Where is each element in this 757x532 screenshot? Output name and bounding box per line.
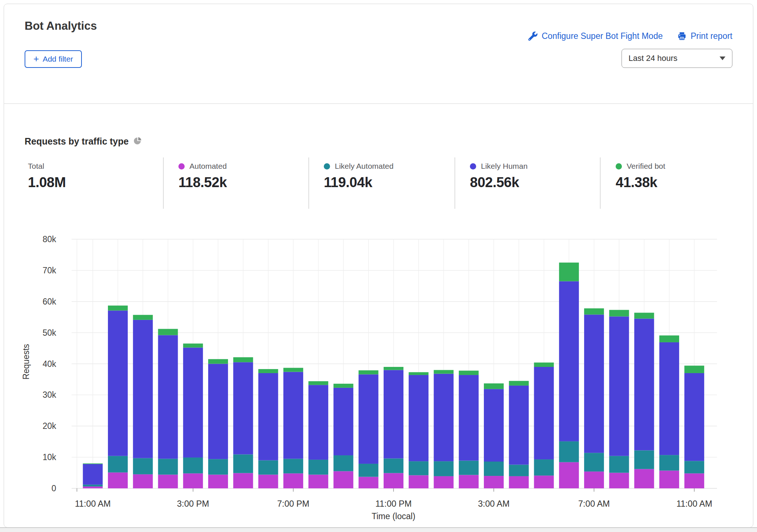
bar-segment-likely_human bbox=[509, 386, 529, 465]
add-filter-label: Add filter bbox=[43, 55, 73, 63]
bar-segment-verified_bot bbox=[183, 343, 203, 347]
y-tick-label: 60k bbox=[43, 297, 57, 306]
x-tick-label: 11:00 AM bbox=[75, 499, 111, 509]
bar-segment-likely_automated bbox=[509, 464, 529, 476]
bar-segment-verified_bot bbox=[634, 313, 654, 318]
bar-segment-verified_bot bbox=[409, 372, 428, 375]
stacked-bar-chart: 010k20k30k40k50k60k70k80k11:00 AM3:00 PM… bbox=[4, 221, 753, 528]
bar-segment-automated bbox=[133, 474, 153, 488]
x-tick-label: 11:00 PM bbox=[375, 499, 412, 509]
section-title: Requests by traffic type bbox=[25, 136, 128, 147]
bar-segment-verified_bot bbox=[158, 329, 178, 335]
stat-likely_automated: Likely Automated119.04k bbox=[324, 161, 394, 190]
bar-segment-automated bbox=[534, 475, 554, 488]
stat-total-value: 1.08M bbox=[28, 175, 66, 190]
bar-segment-likely_automated bbox=[559, 441, 579, 462]
bar-segment-verified_bot bbox=[659, 335, 679, 342]
bar-segment-automated bbox=[559, 462, 579, 488]
time-range-dropdown[interactable]: Last 24 hours bbox=[622, 49, 732, 68]
bar-segment-verified_bot bbox=[258, 369, 278, 373]
stat-divider bbox=[454, 157, 455, 209]
add-filter-button[interactable]: + Add filter bbox=[25, 50, 82, 68]
likely_human-legend-dot bbox=[470, 163, 476, 170]
bar-segment-verified_bot bbox=[308, 381, 328, 385]
bar-segment-automated bbox=[258, 475, 278, 488]
y-tick-label: 70k bbox=[43, 266, 57, 275]
x-axis: 11:00 AM3:00 PM7:00 PM11:00 PM3:00 AM7:0… bbox=[75, 488, 712, 509]
bar-group-8 bbox=[283, 368, 303, 488]
y-tick-label: 10k bbox=[43, 452, 57, 462]
bar-segment-likely_human bbox=[459, 375, 479, 460]
bar-segment-verified_bot bbox=[384, 367, 403, 370]
bar-segment-likely_human bbox=[584, 314, 604, 453]
bar-segment-automated bbox=[684, 473, 704, 488]
x-tick-label: 3:00 PM bbox=[177, 499, 209, 509]
bar-segment-verified_bot bbox=[584, 308, 604, 314]
bar-segment-likely_human bbox=[108, 310, 128, 456]
bar-segment-automated bbox=[158, 475, 178, 488]
bar-segment-likely_automated bbox=[308, 460, 328, 475]
print-report-link[interactable]: Print report bbox=[677, 31, 732, 41]
stat-likely_human: Likely Human802.56k bbox=[470, 161, 528, 190]
page-title: Bot Analytics bbox=[25, 19, 97, 33]
print-link-label: Print report bbox=[691, 31, 732, 41]
stat-verified_bot: Verified bot41.38k bbox=[616, 161, 665, 190]
bar-group-13 bbox=[409, 372, 428, 488]
printer-icon bbox=[677, 32, 687, 41]
stat-likely_automated-value: 119.04k bbox=[324, 175, 394, 190]
bar-segment-verified_bot bbox=[333, 384, 353, 388]
bar-segment-verified_bot bbox=[233, 357, 253, 362]
bar-segment-automated bbox=[584, 471, 604, 488]
bar-segment-likely_human bbox=[384, 370, 403, 458]
bar-segment-likely_automated bbox=[534, 459, 554, 475]
bar-segment-verified_bot bbox=[559, 263, 579, 281]
bar-segment-verified_bot bbox=[434, 370, 453, 374]
bar-group-2 bbox=[133, 315, 153, 488]
bar-segment-likely_human bbox=[484, 389, 504, 462]
bar-segment-likely_human bbox=[684, 373, 704, 461]
bar-group-22 bbox=[634, 313, 654, 488]
bar-segment-likely_automated bbox=[659, 455, 679, 470]
stats-row: Total 1.08M Automated118.52kLikely Autom… bbox=[4, 157, 753, 212]
bar-segment-automated bbox=[283, 473, 303, 488]
bar-segment-likely_automated bbox=[409, 461, 428, 475]
configure-super-bot-fight-mode-link[interactable]: Configure Super Bot Fight Mode bbox=[528, 31, 663, 41]
bar-segment-likely_automated bbox=[459, 460, 479, 475]
bar-group-1 bbox=[108, 306, 128, 488]
bar-group-7 bbox=[258, 369, 278, 488]
requests-chart: 010k20k30k40k50k60k70k80k11:00 AM3:00 PM… bbox=[4, 221, 753, 528]
bar-segment-automated bbox=[183, 473, 203, 488]
bar-segment-likely_automated bbox=[158, 459, 178, 474]
bar-segment-verified_bot bbox=[534, 362, 554, 367]
bar-group-19 bbox=[559, 263, 579, 488]
bar-group-4 bbox=[183, 343, 203, 488]
bar-group-10 bbox=[333, 384, 353, 488]
likely_automated-legend-dot bbox=[324, 163, 330, 170]
bar-segment-automated bbox=[434, 476, 453, 488]
stat-verified_bot-label: Verified bot bbox=[627, 162, 665, 171]
configure-link-label: Configure Super Bot Fight Mode bbox=[542, 31, 663, 41]
bar-group-3 bbox=[158, 329, 178, 488]
bar-segment-likely_human bbox=[359, 374, 378, 464]
bar-segment-likely_human bbox=[434, 374, 453, 461]
bar-segment-automated bbox=[233, 473, 253, 488]
bar-group-16 bbox=[484, 383, 504, 488]
bar-segment-likely_automated bbox=[609, 456, 629, 473]
stat-likely_human-value: 802.56k bbox=[470, 175, 528, 190]
bar-segment-likely_human bbox=[333, 388, 353, 455]
pie-chart-icon bbox=[134, 137, 142, 146]
bar-segment-verified_bot bbox=[509, 381, 529, 386]
bar-segment-verified_bot bbox=[684, 366, 704, 373]
stat-automated-value: 118.52k bbox=[178, 175, 227, 190]
bar-segment-likely_automated bbox=[108, 456, 128, 473]
bar-segment-verified_bot bbox=[459, 371, 479, 375]
chevron-down-icon bbox=[720, 57, 725, 60]
verified_bot-legend-dot bbox=[616, 163, 622, 170]
bar-segment-likely_automated bbox=[584, 453, 604, 471]
bar-segment-automated bbox=[359, 477, 378, 488]
bar-segment-likely_automated bbox=[384, 459, 403, 473]
stat-likely_human-label: Likely Human bbox=[481, 162, 528, 171]
bar-segment-automated bbox=[509, 476, 529, 488]
bar-segment-likely_automated bbox=[333, 455, 353, 471]
bar-segment-likely_automated bbox=[484, 462, 504, 476]
